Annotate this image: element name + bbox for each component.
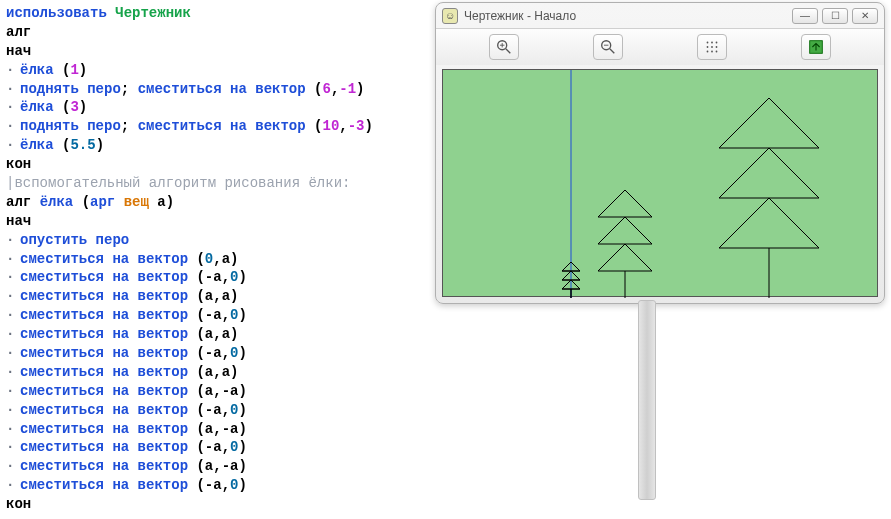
code-comment: |вспомогательный алгоритм рисования ёлки…: [6, 174, 424, 193]
window-title: Чертежник - Начало: [464, 9, 792, 23]
code-line: ·сместиться на вектор (a,-a): [6, 457, 424, 476]
cmd-move: сместиться на вектор: [20, 288, 188, 304]
fn-call: ёлка: [20, 137, 54, 153]
arg: 1: [70, 62, 78, 78]
bullet-icon: ·: [6, 231, 20, 250]
fit-button[interactable]: [801, 34, 831, 60]
code-line: ·ёлка (3): [6, 98, 424, 117]
keyword-arg: арг: [90, 194, 115, 210]
arg: a: [222, 364, 230, 380]
svg-point-12: [716, 46, 718, 48]
titlebar[interactable]: ☺ Чертежник - Начало — ☐ ✕: [436, 3, 884, 29]
svg-point-7: [707, 42, 709, 44]
svg-point-9: [716, 42, 718, 44]
arg: -a: [222, 421, 239, 437]
bullet-icon: ·: [6, 344, 20, 363]
cmd-move: сместиться на вектор: [20, 269, 188, 285]
svg-point-8: [711, 42, 713, 44]
code-line: ·сместиться на вектор (-a,0): [6, 306, 424, 325]
bullet-icon: ·: [6, 420, 20, 439]
svg-point-14: [711, 51, 713, 53]
keyword-begin: нач: [6, 213, 31, 229]
cmd-move: сместиться на вектор: [20, 251, 188, 267]
cmd-penup: поднять перо: [20, 118, 121, 134]
code-line: ·сместиться на вектор (a,a): [6, 325, 424, 344]
keyword-begin: нач: [6, 43, 31, 59]
param-name: a: [157, 194, 165, 210]
svg-point-13: [707, 51, 709, 53]
app-icon: ☺: [442, 8, 458, 24]
svg-line-1: [506, 49, 511, 54]
bullet-icon: ·: [6, 382, 20, 401]
arg: a: [222, 251, 230, 267]
code-line: нач: [6, 42, 424, 61]
cmd-move: сместиться на вектор: [20, 458, 188, 474]
arg: a: [205, 383, 213, 399]
code-line: ·ёлка (5.5): [6, 136, 424, 155]
bullet-icon: ·: [6, 250, 20, 269]
arg: a: [205, 421, 213, 437]
zoom-out-button[interactable]: [593, 34, 623, 60]
bullet-icon: ·: [6, 117, 20, 136]
arg: a: [205, 458, 213, 474]
cmd-move: сместиться на вектор: [20, 307, 188, 323]
maximize-button[interactable]: ☐: [822, 8, 848, 24]
cmd-move: сместиться на вектор: [20, 345, 188, 361]
arg: 10: [322, 118, 339, 134]
zoom-in-button[interactable]: [489, 34, 519, 60]
svg-line-5: [610, 49, 615, 54]
code-line: нач: [6, 212, 424, 231]
code-line: ·сместиться на вектор (-a,0): [6, 268, 424, 287]
cmd-move: сместиться на вектор: [20, 439, 188, 455]
bullet-icon: ·: [6, 61, 20, 80]
minimize-button[interactable]: —: [792, 8, 818, 24]
bullet-icon: ·: [6, 306, 20, 325]
drawing-canvas[interactable]: [442, 69, 878, 297]
arg: a: [222, 288, 230, 304]
code-line: алг: [6, 23, 424, 42]
cmd-move: сместиться на вектор: [20, 477, 188, 493]
fn-name: ёлка: [40, 194, 74, 210]
bullet-icon: ·: [6, 438, 20, 457]
code-line: кон: [6, 495, 424, 514]
arg: 5.5: [70, 137, 95, 153]
arg: -a: [205, 269, 222, 285]
code-line: ·сместиться на вектор (-a,0): [6, 401, 424, 420]
arg: -a: [205, 439, 222, 455]
arg: -a: [205, 307, 222, 323]
code-editor[interactable]: использовать Чертежник алг нач ·ёлка (1)…: [0, 0, 430, 519]
fn-call: ёлка: [20, 99, 54, 115]
arg: a: [222, 326, 230, 342]
code-line: использовать Чертежник: [6, 4, 424, 23]
bullet-icon: ·: [6, 287, 20, 306]
bullet-icon: ·: [6, 136, 20, 155]
grid-button[interactable]: [697, 34, 727, 60]
cmd-move: сместиться на вектор: [20, 421, 188, 437]
cmd-move: сместиться на вектор: [20, 326, 188, 342]
keyword-alg: алг: [6, 24, 31, 40]
keyword-end: кон: [6, 496, 31, 512]
arg: -1: [339, 81, 356, 97]
code-line: ·сместиться на вектор (a,-a): [6, 382, 424, 401]
cmd-move: сместиться на вектор: [20, 383, 188, 399]
bullet-icon: ·: [6, 476, 20, 495]
bullet-icon: ·: [6, 401, 20, 420]
code-line: ·сместиться на вектор (-a,0): [6, 344, 424, 363]
code-line: ·сместиться на вектор (-a,0): [6, 476, 424, 495]
cmd-move: сместиться на вектор: [138, 81, 306, 97]
close-button[interactable]: ✕: [852, 8, 878, 24]
bullet-icon: ·: [6, 268, 20, 287]
svg-point-11: [711, 46, 713, 48]
arg: 0: [205, 251, 213, 267]
drawer-window: ☺ Чертежник - Начало — ☐ ✕: [435, 2, 885, 304]
bullet-icon: ·: [6, 457, 20, 476]
code-line: кон: [6, 155, 424, 174]
arg: a: [205, 288, 213, 304]
cmd-pendown: опустить перо: [20, 232, 129, 248]
code-line: ·поднять перо; сместиться на вектор (10,…: [6, 117, 424, 136]
scrollbar[interactable]: [638, 300, 656, 500]
code-line: ·ёлка (1): [6, 61, 424, 80]
code-line: ·сместиться на вектор (a,a): [6, 287, 424, 306]
code-line: ·сместиться на вектор (0,a): [6, 250, 424, 269]
arg: -a: [205, 402, 222, 418]
